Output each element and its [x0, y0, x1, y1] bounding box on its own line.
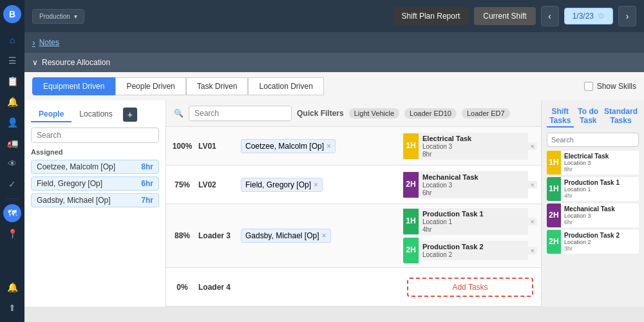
remove-person-icon[interactable]: ×: [322, 231, 327, 240]
dropdown-arrow-icon: ▾: [74, 13, 77, 20]
assigned-people-list: Coetzee, Malcolm [Op] 8hr Field, Gregory…: [31, 160, 159, 207]
notes-label[interactable]: Notes: [39, 38, 59, 47]
right-panel-header: Shift Tasks To do Task Standard Tasks: [547, 106, 639, 128]
tab-task-driven[interactable]: Task Driven: [186, 77, 249, 95]
remove-task-icon[interactable]: ×: [528, 142, 537, 150]
resource-collapse-icon: ∨: [32, 58, 38, 67]
resource-row: 88% Loader 3 Gadsby, Michael [Op] × 1H: [166, 204, 541, 268]
pct-value: 75%: [166, 180, 198, 189]
sidebar-icon-menu[interactable]: ☰: [3, 52, 21, 70]
sidebar-icon-check[interactable]: ✓: [3, 175, 21, 193]
resource-row: 0% Loader 4 Add Tasks: [166, 268, 541, 307]
date-value: 1/3/23: [573, 12, 594, 21]
notes-arrow-icon: ›: [32, 37, 35, 48]
tab-people-driven[interactable]: People Driven: [115, 77, 185, 95]
task-chip: 2H Mechanical Task Location 3 6hr ×: [403, 171, 537, 198]
sub-tab-locations[interactable]: Locations: [71, 107, 120, 122]
right-search-input[interactable]: [547, 133, 639, 147]
task-badge: 2H: [403, 238, 419, 263]
resource-allocation-label: Resource Allocation: [42, 58, 110, 67]
main-area: Production ▾ Shift Plan Report Current S…: [24, 0, 644, 322]
remove-person-icon[interactable]: ×: [314, 180, 318, 189]
rtc-badge: 1H: [547, 151, 561, 175]
right-task-card: 1H Production Task 1 Location 1 4hr: [547, 177, 639, 201]
rtc-badge: 2H: [547, 204, 561, 227]
sidebar-icon-map[interactable]: 🗺: [3, 204, 21, 222]
rtc-info: Mechanical Task Location 3 6hr: [561, 204, 639, 227]
task-badge: 2H: [403, 172, 419, 198]
remove-task-icon[interactable]: ×: [528, 247, 537, 254]
sidebar-icon-upload[interactable]: ⬆: [3, 299, 21, 317]
person-tag-name: Coetzee, Malcolm [Op]: [245, 142, 324, 151]
rph-standard-tasks[interactable]: Standard Tasks: [603, 106, 639, 128]
sidebar-icon-eye[interactable]: 👁: [3, 155, 21, 173]
sidebar-icon-pin[interactable]: 📍: [3, 225, 21, 243]
show-skills-toggle: Show Skills: [584, 82, 636, 91]
remove-person-icon[interactable]: ×: [327, 142, 331, 151]
task-info: Electrical Task Location 3 8hr: [419, 133, 528, 160]
filter-chip-loader-ed7[interactable]: Loader ED7: [462, 108, 510, 118]
sidebar-divider: [6, 198, 19, 199]
pct-value: 88%: [166, 231, 198, 240]
sidebar-icon-home[interactable]: ⌂: [3, 31, 21, 49]
sub-tab-people[interactable]: People: [31, 107, 71, 122]
current-shift-button[interactable]: Current Shift: [474, 7, 535, 25]
sidebar-icon-user[interactable]: 👤: [3, 113, 21, 131]
show-skills-label: Show Skills: [597, 82, 636, 91]
rph-shift-tasks[interactable]: Shift Tasks: [547, 106, 574, 128]
person-name: Coetzee, Malcolm [Op]: [37, 162, 115, 171]
add-sub-tab-button[interactable]: +: [123, 108, 137, 122]
people-search-input[interactable]: [31, 128, 159, 143]
list-item: Gadsby, Michael [Op] 7hr: [31, 193, 159, 207]
remove-task-icon[interactable]: ×: [528, 181, 537, 189]
sidebar-icon-bell[interactable]: 🔔: [3, 93, 21, 111]
resource-allocation-bar[interactable]: ∨ Resource Allocation: [24, 53, 644, 72]
right-task-card: 1H Electrical Task Location 3 8hr: [547, 151, 639, 175]
nav-left-button[interactable]: ‹: [541, 6, 559, 26]
person-name: Gadsby, Michael [Op]: [37, 196, 111, 205]
sidebar-icon-tasks[interactable]: 📋: [3, 72, 21, 90]
tab-equipment-driven[interactable]: Equipment Driven: [32, 77, 115, 95]
gear-icon[interactable]: ⚙: [598, 12, 605, 21]
production-dropdown[interactable]: Production ▾: [32, 9, 84, 24]
task-info: Production Task 2 Location 2: [419, 241, 528, 260]
person-name: Field, Gregory [Op]: [37, 179, 102, 188]
row-label: LV01: [198, 142, 237, 151]
task-chip: 1H Electrical Task Location 3 8hr ×: [403, 133, 537, 160]
tab-location-driven[interactable]: Location Driven: [248, 77, 323, 95]
list-item: Field, Gregory [Op] 6hr: [31, 176, 159, 191]
rtc-badge: 2H: [547, 230, 561, 254]
shift-plan-report-button[interactable]: Shift Plan Report: [393, 7, 469, 25]
task-info: Production Task 1 Location 1 4hr: [419, 208, 528, 235]
task-chips: 1H Production Task 1 Location 1 4hr ×: [399, 204, 541, 267]
task-chips: Add Tasks: [399, 271, 541, 303]
sidebar-icon-truck[interactable]: 🚛: [3, 134, 21, 152]
right-panel: Shift Tasks To do Task Standard Tasks 1H: [541, 100, 644, 307]
nav-right-button[interactable]: ›: [618, 6, 636, 26]
remove-task-icon[interactable]: ×: [528, 218, 537, 225]
filter-chip-loader-ed10[interactable]: Loader ED10: [404, 108, 457, 118]
task-chips: 2H Mechanical Task Location 3 6hr ×: [399, 167, 541, 202]
rtc-info: Production Task 2 Location 2 3hr: [561, 230, 639, 254]
task-badge: 1H: [403, 209, 419, 234]
notes-bar[interactable]: › Notes: [24, 32, 644, 53]
add-tasks-button[interactable]: Add Tasks: [407, 278, 533, 297]
row-chips: Coetzee, Malcolm [Op] ×: [237, 135, 399, 157]
sidebar-logo[interactable]: B: [3, 5, 21, 23]
filter-search-input[interactable]: [189, 106, 292, 121]
person-tag-name: Field, Gregory [Op]: [245, 180, 311, 189]
filter-chip-light-vehicle[interactable]: Light Vehicle: [349, 108, 399, 118]
sidebar-icon-alert[interactable]: 🔔: [3, 278, 21, 296]
row-label: LV02: [198, 180, 237, 189]
task-chips: 1H Electrical Task Location 3 8hr ×: [399, 129, 541, 164]
left-panel: People Locations + Assigned Coetzee, Mal…: [24, 100, 166, 307]
pct-value: 100%: [166, 142, 198, 151]
filter-bar: 🔍 Quick Filters Light Vehicle Loader ED1…: [166, 100, 541, 127]
quick-filters-label: Quick Filters: [297, 109, 344, 118]
row-label: Loader 4: [198, 283, 237, 292]
rph-todo-task[interactable]: To do Task: [575, 106, 602, 128]
person-hours: 8hr: [141, 162, 153, 171]
show-skills-checkbox[interactable]: [584, 82, 593, 91]
person-tag: Coetzee, Malcolm [Op] ×: [241, 139, 336, 153]
sidebar: B ⌂ ☰ 📋 🔔 👤 🚛 👁 ✓ 🗺 📍 🔔 ⬆: [0, 0, 24, 322]
